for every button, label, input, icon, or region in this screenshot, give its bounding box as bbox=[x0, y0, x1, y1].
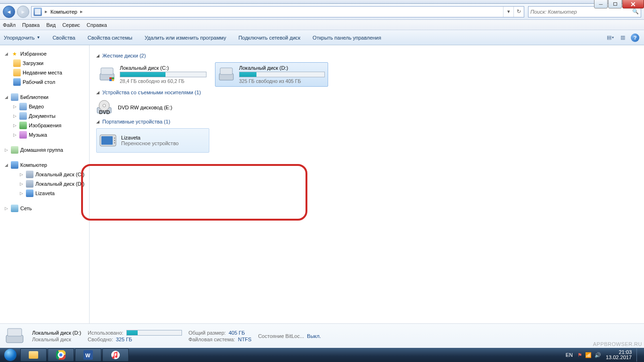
windows-orb-icon bbox=[4, 349, 17, 361]
svg-text:W: W bbox=[85, 353, 91, 358]
expand-icon[interactable]: ▷ bbox=[20, 172, 24, 177]
svg-point-25 bbox=[59, 353, 63, 357]
tray-volume-icon[interactable]: 🔊 bbox=[594, 352, 601, 358]
tree-lizaveta[interactable]: ▷Lizaveta bbox=[1, 189, 88, 198]
preview-pane-button[interactable]: ▥ bbox=[618, 33, 628, 43]
nav-back-button[interactable]: ◄ bbox=[3, 6, 15, 18]
portable-device-tile[interactable]: Lizaveta Переносное устройство bbox=[96, 128, 209, 153]
tray-clock[interactable]: 21:03 13.02.2017 bbox=[606, 350, 632, 360]
cmd-properties[interactable]: Свойства bbox=[52, 35, 75, 41]
drive-d-free-text: 325 ГБ свободно из 405 ГБ bbox=[239, 78, 325, 84]
drive-c-name: Локальный диск (C:) bbox=[120, 65, 206, 71]
drive-d-name: Локальный диск (D:) bbox=[239, 65, 325, 71]
dvd-drive-tile[interactable]: DVD DVD RW дисковод (E:) bbox=[96, 99, 637, 116]
drive-c-free-text: 28,4 ГБ свободно из 60,2 ГБ bbox=[120, 78, 206, 84]
cmd-system-properties[interactable]: Свойства системы bbox=[88, 35, 132, 41]
word-icon: W bbox=[83, 350, 93, 360]
expand-icon[interactable]: ▷ bbox=[13, 123, 17, 128]
collapse-icon[interactable]: ◢ bbox=[5, 163, 9, 167]
tree-libraries[interactable]: ◢Библиотеки bbox=[1, 92, 88, 102]
menu-service[interactable]: Сервис bbox=[62, 22, 80, 28]
tree-network[interactable]: ▷Сеть bbox=[1, 204, 88, 213]
taskbar-explorer[interactable] bbox=[20, 348, 47, 362]
taskbar-chrome[interactable] bbox=[48, 348, 74, 362]
breadcrumb-separator-icon: ▸ bbox=[44, 8, 49, 15]
group-hard-drives[interactable]: ◢Жесткие диски (2) bbox=[96, 53, 637, 58]
details-used-label: Использовано: bbox=[88, 330, 124, 336]
drive-icon bbox=[26, 171, 33, 178]
tree-video[interactable]: ▷Видео bbox=[1, 102, 88, 111]
details-bitlocker-value: Выкл. bbox=[307, 333, 321, 339]
expand-icon[interactable]: ▷ bbox=[5, 148, 9, 152]
expand-icon[interactable]: ▷ bbox=[13, 132, 17, 137]
window-close-button[interactable]: ✕ bbox=[622, 0, 644, 8]
breadcrumb-computer[interactable]: Компьютер bbox=[49, 9, 79, 15]
cmd-uninstall-program[interactable]: Удалить или изменить программу bbox=[145, 35, 226, 41]
cmd-control-panel[interactable]: Открыть панель управления bbox=[313, 35, 381, 41]
start-button[interactable] bbox=[1, 348, 20, 362]
group-portable[interactable]: ◢Портативные устройства (1) bbox=[96, 119, 637, 124]
group-removable[interactable]: ◢Устройства со съемными носителями (1) bbox=[96, 90, 637, 95]
folder-icon bbox=[13, 69, 21, 76]
help-button[interactable]: ? bbox=[630, 33, 640, 43]
tree-downloads[interactable]: Загрузки bbox=[1, 58, 88, 68]
collapse-icon[interactable]: ◢ bbox=[96, 90, 99, 95]
portable-device-icon bbox=[99, 133, 117, 148]
chrome-icon bbox=[56, 350, 66, 360]
svg-rect-5 bbox=[109, 79, 112, 81]
details-free-label: Свободно: bbox=[88, 337, 113, 342]
collapse-icon[interactable]: ◢ bbox=[5, 95, 9, 99]
nav-forward-button[interactable]: ► bbox=[17, 6, 29, 18]
svg-rect-20 bbox=[8, 329, 22, 336]
collapse-icon[interactable]: ◢ bbox=[5, 51, 9, 56]
tree-music[interactable]: ▷Музыка bbox=[1, 130, 88, 140]
menu-help[interactable]: Справка bbox=[87, 22, 107, 28]
tree-homegroup[interactable]: ▷Домашняя группа bbox=[1, 145, 88, 155]
tree-favorites[interactable]: ◢★Избранное bbox=[1, 49, 88, 58]
address-dropdown-button[interactable]: ▾ bbox=[503, 7, 513, 17]
expand-icon[interactable]: ▷ bbox=[20, 181, 24, 186]
tree-pictures[interactable]: ▷Изображения bbox=[1, 121, 88, 130]
tray-network-icon[interactable]: 📶 bbox=[585, 352, 592, 358]
cmd-map-drive[interactable]: Подключить сетевой диск bbox=[239, 35, 300, 41]
collapse-icon[interactable]: ◢ bbox=[96, 119, 99, 124]
tree-drive-d[interactable]: ▷Локальный диск (D:) bbox=[1, 179, 88, 189]
expand-icon[interactable]: ▷ bbox=[20, 191, 24, 196]
show-desktop-button[interactable] bbox=[636, 348, 640, 362]
drive-icon bbox=[26, 180, 33, 188]
expand-icon[interactable]: ▷ bbox=[13, 104, 17, 109]
details-fs-label: Файловая система: bbox=[189, 337, 235, 342]
tray-language[interactable]: EN bbox=[566, 352, 573, 358]
taskbar-itunes[interactable] bbox=[102, 348, 129, 362]
view-options-button[interactable]: ▤▼ bbox=[605, 33, 616, 43]
menu-edit[interactable]: Правка bbox=[22, 22, 40, 28]
drive-c-usage-bar bbox=[120, 72, 206, 77]
expand-icon[interactable]: ▷ bbox=[5, 206, 9, 211]
search-input[interactable] bbox=[530, 9, 632, 15]
tree-drive-c[interactable]: ▷Локальный диск (C:) bbox=[1, 170, 88, 179]
taskbar: W EN ⚑ 📶 🔊 21:03 13.02.2017 bbox=[0, 348, 644, 362]
computer-icon bbox=[33, 8, 42, 16]
tray-flag-icon[interactable]: ⚑ bbox=[578, 352, 582, 358]
expand-icon[interactable]: ▷ bbox=[13, 114, 17, 118]
menu-file[interactable]: Файл bbox=[3, 22, 16, 28]
computer-icon bbox=[11, 161, 18, 169]
window-maximize-button[interactable] bbox=[608, 0, 622, 8]
taskbar-word[interactable]: W bbox=[75, 348, 101, 362]
drive-d-usage-bar bbox=[239, 72, 325, 77]
tree-desktop[interactable]: Рабочий стол bbox=[1, 77, 88, 87]
drive-d-tile[interactable]: Локальный диск (D:) 325 ГБ свободно из 4… bbox=[215, 62, 328, 87]
tree-recent[interactable]: Недавние места bbox=[1, 68, 88, 77]
drive-c-tile[interactable]: Локальный диск (C:) 28,4 ГБ свободно из … bbox=[96, 62, 209, 87]
address-refresh-button[interactable]: ↻ bbox=[513, 7, 524, 17]
tree-documents[interactable]: ▷Документы bbox=[1, 111, 88, 121]
tree-computer[interactable]: ◢Компьютер bbox=[1, 160, 88, 170]
address-bar[interactable]: ▸ Компьютер ▸ ▾ ↻ bbox=[31, 6, 524, 17]
menu-view[interactable]: Вид bbox=[46, 22, 56, 28]
breadcrumb-separator-icon[interactable]: ▸ bbox=[79, 8, 84, 15]
svg-rect-1 bbox=[101, 68, 113, 74]
collapse-icon[interactable]: ◢ bbox=[96, 53, 99, 58]
pictures-icon bbox=[19, 122, 27, 129]
window-minimize-button[interactable]: ─ bbox=[594, 0, 608, 8]
cmd-organize[interactable]: Упорядочить▼ bbox=[4, 35, 40, 41]
